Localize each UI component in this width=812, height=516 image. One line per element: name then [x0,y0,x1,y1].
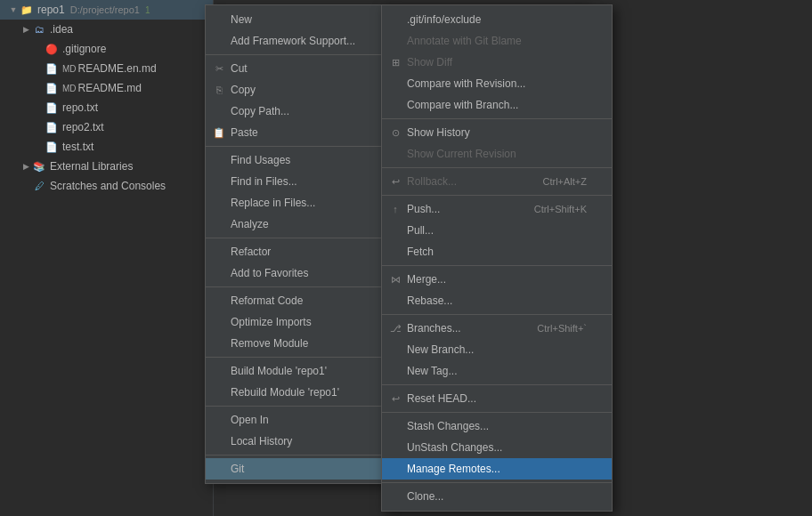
git-sep4 [382,265,612,266]
tree-repo-txt[interactable]: 📄 repo.txt [0,98,213,117]
git-new-branch[interactable]: New Branch... [382,339,612,360]
tree-gitignore[interactable]: 🔴 .gitignore [0,39,213,59]
git-rebase-label: Rebase... [407,294,452,307]
git-compare-revision-label: Compare with Revision... [407,77,525,90]
menu-local-history-label: Local History [231,435,292,447]
git-info-exclude[interactable]: .git/info/exclude [382,9,612,30]
idea-label: .idea [50,23,73,36]
git-merge-label: Merge... [407,273,446,286]
git-unstash-label: UnStash Changes... [407,441,502,454]
git-manage-remotes-label: Manage Remotes... [407,463,500,475]
git-show-diff: ⊞ Show Diff [382,52,612,73]
git-stash[interactable]: Stash Changes... [382,415,612,437]
git-new-tag-label: New Tag... [407,365,457,377]
menu-open-in-label: Open In [231,414,269,426]
copy-icon: ⎘ [211,85,227,95]
git-reset-head-label: Reset HEAD... [407,392,476,405]
menu-add-framework-label: Add Framework Support... [231,35,355,47]
git-show-history-label: Show History [407,126,470,139]
git-compare-revision[interactable]: Compare with Revision... [382,73,612,94]
reset-head-icon: ↩ [387,393,403,405]
git-annotate-label: Annotate with Git Blame [407,35,522,47]
tree-scratches[interactable]: 🖊 Scratches and Consoles [0,176,213,196]
tree-root[interactable]: ▼ 📁 repo1 D:/project/repo1 1 [0,0,213,20]
scratches-icon: 🖊 [32,179,46,193]
git-pull[interactable]: Pull... [382,220,612,241]
tree-repo2-txt[interactable]: 📄 repo2.txt [0,117,213,137]
idea-icon: 🗂 [32,22,46,36]
git-rollback-label: Rollback... [407,175,457,188]
git-sep5 [382,314,612,315]
git-new-tag[interactable]: New Tag... [382,360,612,382]
git-sep7 [382,412,612,413]
branches-icon: ⎇ [387,323,403,335]
menu-copy-label: Copy [231,84,256,96]
readme-icon: 📄 [45,81,59,95]
git-clone[interactable]: Clone... [382,486,612,507]
repo-txt-label: repo.txt [62,101,98,114]
git-merge[interactable]: ⋈ Merge... [382,269,612,290]
git-push[interactable]: ↑ Push... Ctrl+Shift+K [382,198,612,220]
git-branches[interactable]: ⎇ Branches... Ctrl+Shift+` [382,318,612,339]
scratches-label: Scratches and Consoles [50,180,166,192]
test-txt-label: test.txt [62,141,93,153]
tree-test-txt[interactable]: 📄 test.txt [0,137,213,157]
rollback-shortcut: Ctrl+Alt+Z [542,176,605,187]
root-folder-icon: 📁 [20,3,34,17]
git-show-current-revision: Show Current Revision [382,143,612,165]
tree-readme[interactable]: 📄 MD README.md [0,78,213,98]
root-badge: 1 [145,5,150,15]
git-rebase[interactable]: Rebase... [382,290,612,311]
file-tree: ▼ 📁 repo1 D:/project/repo1 1 ▶ 🗂 .idea 🔴… [0,0,214,516]
menu-refactor-label: Refactor [231,246,271,258]
git-sep3 [382,195,612,196]
menu-git-label: Git [231,463,244,475]
menu-optimize-imports-label: Optimize Imports [231,316,312,328]
git-sep2 [382,167,612,168]
cut-icon: ✂ [211,63,227,75]
git-rollback: ↩ Rollback... Ctrl+Alt+Z [382,171,612,192]
show-history-icon: ⊙ [387,127,403,139]
git-submenu: .git/info/exclude Annotate with Git Blam… [381,4,613,512]
tree-idea[interactable]: ▶ 🗂 .idea [0,20,213,39]
merge-icon: ⋈ [387,274,403,286]
menu-copy-path-label: Copy Path... [231,105,289,117]
git-info-exclude-label: .git/info/exclude [407,13,481,26]
menu-new-label: New [231,13,252,26]
git-stash-label: Stash Changes... [407,420,489,432]
git-show-history[interactable]: ⊙ Show History [382,122,612,143]
git-sep6 [382,384,612,385]
root-arrow: ▼ [7,4,20,16]
git-annotate: Annotate with Git Blame [382,30,612,52]
readme-en-icon: 📄 [45,61,59,76]
repo-txt-icon: 📄 [45,101,59,115]
branches-shortcut: Ctrl+Shift+` [537,323,605,334]
readme-en-label: README.en.md [78,62,157,75]
repo2-txt-label: repo2.txt [62,121,104,133]
menu-find-usages-label: Find Usages [231,154,290,166]
menu-cut-label: Cut [231,62,248,75]
test-txt-icon: 📄 [45,140,59,154]
show-diff-icon: ⊞ [387,57,403,69]
git-fetch[interactable]: Fetch [382,241,612,262]
push-shortcut: Ctrl+Shift+K [534,204,605,214]
gitignore-label: .gitignore [62,43,106,55]
menu-reformat-code-label: Reformat Code [231,294,303,307]
git-compare-branch-label: Compare with Branch... [407,99,518,111]
tree-ext-libs[interactable]: ▶ 📚 External Libraries [0,157,213,176]
rollback-icon: ↩ [387,176,403,188]
menu-build-module-label: Build Module 'repo1' [231,365,327,377]
git-unstash[interactable]: UnStash Changes... [382,437,612,458]
repo2-txt-icon: 📄 [45,120,59,134]
readme-label: README.md [78,82,142,94]
git-manage-remotes[interactable]: Manage Remotes... [382,458,612,480]
git-reset-head[interactable]: ↩ Reset HEAD... [382,388,612,409]
git-push-label: Push... [407,203,440,215]
git-compare-branch[interactable]: Compare with Branch... [382,94,612,116]
root-path: D:/project/repo1 [70,4,140,15]
menu-analyze-label: Analyze [231,218,269,230]
tree-readme-en[interactable]: 📄 MD README.en.md [0,59,213,78]
menu-paste-label: Paste [231,126,258,139]
git-sep8 [382,482,612,483]
ext-libs-label: External Libraries [50,160,133,173]
